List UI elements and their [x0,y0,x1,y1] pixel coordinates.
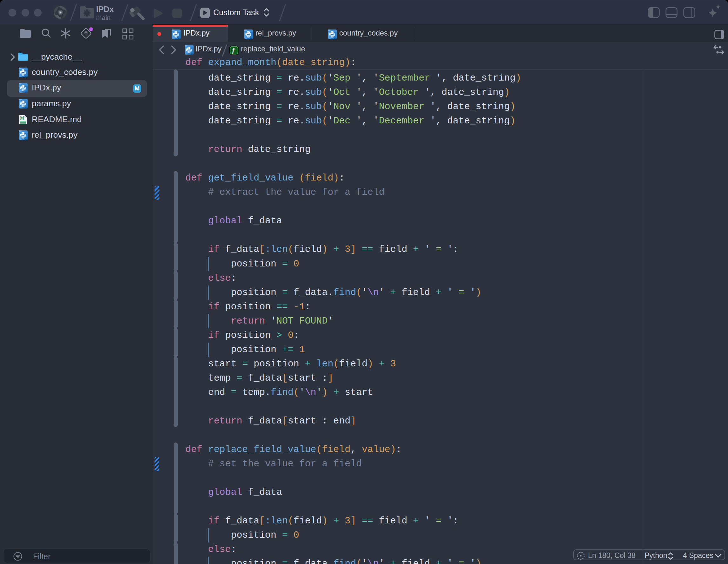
svg-text:M: M [20,116,24,121]
